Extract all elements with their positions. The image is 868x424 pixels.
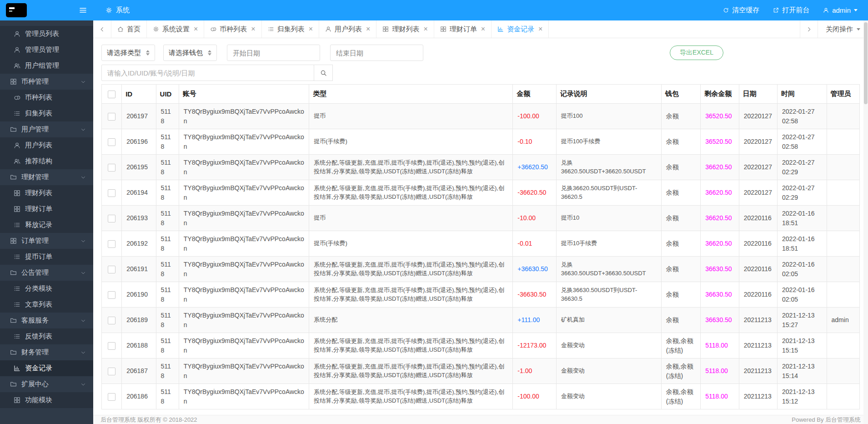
tab-finance-orders[interactable]: 理财订单×: [434, 20, 492, 38]
user-menu[interactable]: admin: [816, 0, 864, 20]
folder-icon: [10, 174, 17, 181]
cell-id: 206187: [122, 358, 156, 384]
sidebar-item-finance-dept-manage[interactable]: 财务管理: [0, 344, 93, 360]
clear-cache-button[interactable]: 清空缓存: [716, 0, 766, 20]
row-checkbox[interactable]: [108, 215, 115, 222]
table-row: 2061975118TY8QrBygiux9mBQXjTaEv7VvPPcoAw…: [102, 104, 860, 129]
cell-date: 20211213: [739, 308, 777, 333]
sidebar-item-label: 理财订单: [25, 205, 86, 213]
page-scrollbar[interactable]: [863, 20, 868, 424]
row-checkbox[interactable]: [108, 113, 115, 121]
grid-icon: [14, 190, 20, 197]
sidebar-item-referral-structure[interactable]: 推荐结构: [0, 153, 93, 169]
chevron-down-icon: [80, 382, 86, 387]
search-button[interactable]: [314, 65, 333, 81]
sidebar-item-function-module[interactable]: 功能模块: [0, 392, 93, 408]
tab-user-list[interactable]: 用户列表×: [319, 20, 376, 38]
grid-icon: [14, 206, 20, 212]
chevron-down-icon: [80, 350, 86, 355]
cell-wallet: 余额: [661, 308, 700, 333]
chevron-down-icon: [80, 270, 86, 276]
row-checkbox[interactable]: [108, 164, 115, 172]
tab-close-icon[interactable]: ×: [309, 25, 313, 33]
list-icon: [14, 333, 20, 340]
end-date-input[interactable]: [330, 45, 423, 61]
cell-remain: 36620.50: [701, 231, 739, 257]
cell-account: TY8QrBygiux9mBQXjTaEv7VvPPcoAwckon: [179, 308, 309, 333]
hamburger-icon[interactable]: [79, 6, 87, 15]
row-checkbox-cell: [102, 206, 122, 231]
tab-system-settings[interactable]: 系统设置×: [147, 20, 204, 38]
sidebar-item-category-module[interactable]: 分类模块: [0, 281, 93, 297]
tabs-scroll-right-button[interactable]: [800, 20, 818, 38]
search-input[interactable]: [101, 65, 314, 81]
row-checkbox[interactable]: [108, 189, 115, 197]
tab-home[interactable]: 首页: [111, 20, 147, 38]
cell-admin: [827, 358, 859, 384]
sidebar-item-feedback-list[interactable]: 反馈列表: [0, 328, 93, 344]
tab-coin-list[interactable]: 币种列表×: [204, 20, 261, 38]
tab-close-icon[interactable]: ×: [366, 25, 370, 33]
export-excel-button[interactable]: 导出EXCEL: [670, 45, 723, 60]
cell-remain: 36630.50: [701, 282, 739, 308]
row-checkbox[interactable]: [108, 291, 115, 299]
sidebar-item-fund-records[interactable]: 资金记录: [0, 360, 93, 376]
scrollbar-thumb[interactable]: [864, 22, 868, 104]
sidebar-item-finance-list[interactable]: 理财列表: [0, 185, 93, 201]
sidebar-item-order-manage[interactable]: 订单管理: [0, 233, 93, 249]
tab-close-icon[interactable]: ×: [423, 25, 427, 33]
tab-collect-list[interactable]: 归集列表×: [262, 20, 319, 38]
sidebar-item-extension-center[interactable]: 扩展中心: [0, 376, 93, 392]
tabbar-spacer: [549, 20, 800, 38]
tab-finance-list[interactable]: 理财列表×: [376, 20, 434, 38]
sidebar-item-collect-list[interactable]: 归集列表: [0, 106, 93, 121]
sidebar-item-release-records[interactable]: 释放记录: [0, 217, 93, 233]
tab-fund-records[interactable]: 资金记录×: [492, 20, 549, 38]
select-all-checkbox[interactable]: [108, 91, 115, 98]
row-checkbox[interactable]: [108, 138, 115, 146]
sidebar-item-customer-service[interactable]: 客服服务: [0, 313, 93, 328]
cell-time: 2021-12-13 15:14: [778, 358, 827, 384]
tab-close-icon[interactable]: ×: [194, 25, 198, 33]
row-checkbox[interactable]: [108, 266, 115, 273]
cell-remain: 36520.50: [701, 104, 739, 129]
sidebar-item-user-group-manage[interactable]: 用户组管理: [0, 58, 93, 74]
sidebar-item-finance-manage[interactable]: 理财管理: [0, 169, 93, 185]
tab-close-icon[interactable]: ×: [481, 25, 485, 33]
sidebar-item-finance-orders[interactable]: 理财订单: [0, 201, 93, 217]
type-select[interactable]: 请选择类型: [101, 45, 155, 61]
open-front-button[interactable]: 打开前台: [766, 0, 816, 20]
sidebar-item-user-manage[interactable]: 用户管理: [0, 121, 93, 137]
wallet-select[interactable]: 请选择钱包: [163, 45, 217, 61]
tab-close-icon[interactable]: ×: [538, 25, 542, 33]
row-checkbox[interactable]: [108, 393, 115, 401]
sidebar-item-withdraw-orders[interactable]: 提币订单: [0, 249, 93, 265]
start-date-input[interactable]: [227, 45, 320, 61]
sidebar-item-coin-manage[interactable]: 币种管理: [0, 74, 93, 90]
row-checkbox-cell: [102, 257, 122, 282]
row-checkbox[interactable]: [108, 342, 115, 350]
folder-icon: [10, 381, 17, 388]
sidebar-item-coin-list[interactable]: 币种列表: [0, 90, 93, 106]
cell-type: 提币(手续费): [309, 231, 513, 257]
row-checkbox[interactable]: [108, 368, 115, 375]
cell-desc: 兑换36620.50USDT到USDT-36620.5: [556, 180, 661, 206]
cell-uid: 5118: [156, 308, 179, 333]
tabs-scroll-left-button[interactable]: [93, 20, 111, 38]
cell-desc: 兑换36630.50USDT+36630.50USDT: [556, 257, 661, 282]
tab-close-icon[interactable]: ×: [251, 25, 255, 33]
cell-remain: 36630.50: [701, 257, 739, 282]
cell-remain: 36620.50: [701, 206, 739, 231]
close-operations-menu[interactable]: 关闭操作: [818, 20, 868, 38]
sidebar-item-notice-manage[interactable]: 公告管理: [0, 265, 93, 281]
sidebar-item-admin-list[interactable]: 管理员列表: [0, 26, 93, 42]
sidebar-item-admin-manage[interactable]: 管理员管理: [0, 42, 93, 58]
sidebar-item-label: 理财列表: [25, 189, 86, 197]
system-menu[interactable]: 系统: [105, 6, 130, 15]
cell-type: 提币: [309, 104, 513, 129]
row-checkbox[interactable]: [108, 317, 115, 324]
sidebar-item-user-list[interactable]: 用户列表: [0, 137, 93, 153]
sidebar-item-article-list[interactable]: 文章列表: [0, 297, 93, 313]
row-checkbox[interactable]: [108, 240, 115, 248]
sidebar-item-label: 理财管理: [21, 173, 76, 182]
